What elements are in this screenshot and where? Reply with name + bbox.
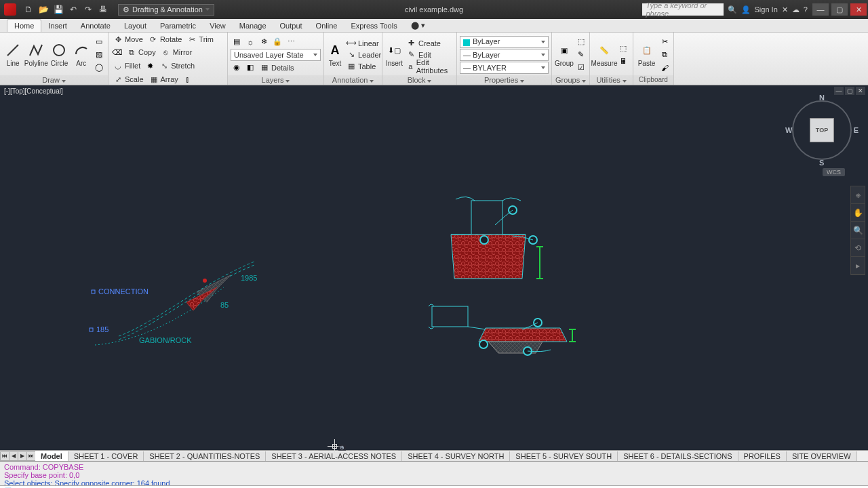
command-line[interactable]: 📄 COPYBASE Select objects:	[0, 485, 868, 488]
mirror-button[interactable]: ⎋Mirror	[159, 47, 195, 58]
layout-tab[interactable]: SHEET 3 - AERIAL-ACCESS NOTES	[266, 451, 402, 461]
circle-button[interactable]: Circle	[49, 36, 69, 74]
lineweight-dropdown[interactable]: — ByLayer	[460, 49, 549, 61]
stayconn-icon[interactable]: ☁	[792, 5, 800, 14]
tab-prev-icon[interactable]: ◀	[9, 451, 18, 461]
layerstate-dropdown[interactable]: Unsaved Layer State	[231, 49, 321, 61]
command-history[interactable]: Command: COPYBASE Specify base point: 0,…	[0, 462, 868, 485]
fillet-button[interactable]: ◡Fillet	[111, 60, 142, 71]
rect-icon[interactable]: ▭	[93, 36, 105, 48]
tab-annotate[interactable]: Annotate	[74, 20, 117, 32]
tab-manage[interactable]: Manage	[233, 20, 273, 32]
panel-label[interactable]: Properties	[457, 75, 551, 85]
minimize-button[interactable]: —	[812, 3, 829, 16]
tab-online[interactable]: Online	[309, 20, 344, 32]
arc-button[interactable]: Arc	[71, 36, 92, 74]
tab-express[interactable]: Express Tools	[344, 20, 403, 32]
panel-label[interactable]: Groups	[552, 75, 589, 85]
panel-label[interactable]: Annotation	[324, 75, 382, 85]
tab-layout[interactable]: Layout	[117, 20, 153, 32]
tab-view[interactable]: View	[203, 20, 233, 32]
editattr-button[interactable]: aEdit Attributes	[405, 61, 454, 72]
layeroff-icon[interactable]: ☼	[244, 36, 256, 48]
create-button[interactable]: ✚Create	[405, 38, 454, 49]
layout-tab[interactable]: PROFILES	[738, 451, 787, 461]
layeriso-icon[interactable]: ◧	[244, 62, 256, 74]
layercolor-icon[interactable]: ◉	[231, 62, 243, 74]
rotate-button[interactable]: ⟳Rotate	[146, 34, 184, 45]
selectall-icon[interactable]: ⬚	[617, 42, 629, 54]
layermore-icon[interactable]: ⋯	[285, 36, 297, 48]
color-dropdown[interactable]: ByLayer	[460, 36, 549, 48]
panel-label[interactable]: Utilities	[590, 75, 633, 85]
groupsel-icon[interactable]: ☑	[575, 62, 587, 74]
linear-button[interactable]: ⟷Linear	[344, 38, 383, 49]
save-icon[interactable]: 💾	[53, 4, 64, 15]
tab-parametric[interactable]: Parametric	[153, 20, 203, 32]
paste-button[interactable]: 📋Paste	[636, 36, 657, 74]
tab-first-icon[interactable]: ⏮	[0, 451, 9, 461]
linetype-dropdown[interactable]: — BYLAYER	[460, 62, 549, 74]
drawing-viewport[interactable]: [-][Top][Conceptual] — ▢ ✕ TOP N S E W W…	[0, 85, 868, 450]
layout-tab[interactable]: SHEET 5 - SURVEY SOUTH	[510, 451, 618, 461]
offset-icon[interactable]: ⫿	[182, 73, 194, 85]
help-icon[interactable]: ?	[804, 5, 808, 14]
tab-output[interactable]: Output	[273, 20, 309, 32]
array-button[interactable]: ▦Array	[147, 74, 180, 85]
panel-label[interactable]: Draw	[0, 75, 108, 85]
quickcalc-icon[interactable]: 🖩	[617, 55, 629, 67]
redo-icon[interactable]: ↷	[83, 4, 94, 15]
user-icon[interactable]: 👤	[741, 5, 751, 14]
layerprops-icon[interactable]: ▤	[231, 36, 243, 48]
groupedit-icon[interactable]: ✎	[575, 49, 587, 61]
ungroup-icon[interactable]: ⬚	[575, 36, 587, 48]
close-button[interactable]: ✕	[850, 3, 867, 16]
workspace-selector[interactable]: ⚙Drafting & Annotation	[118, 4, 214, 16]
layerfreeze-icon[interactable]: ❄	[258, 36, 270, 48]
layout-tab[interactable]: SHEET 4 - SURVEY NORTH	[402, 451, 510, 461]
table-button[interactable]: ▦Table	[344, 61, 383, 72]
hatch-icon[interactable]: ▨	[93, 49, 105, 61]
copy-icon[interactable]: ⧉	[658, 49, 671, 61]
panel-label[interactable]: Block	[382, 75, 456, 85]
trim-button[interactable]: ✂Trim	[185, 34, 216, 45]
layerlock-icon[interactable]: 🔒	[271, 36, 283, 48]
ellipse-icon[interactable]: ◯	[93, 62, 105, 74]
exchange-icon[interactable]: ✕	[782, 5, 788, 14]
erase-icon[interactable]: ⌫	[111, 46, 123, 58]
move-button[interactable]: ✥Move	[111, 34, 145, 45]
line-button[interactable]: Line	[3, 36, 23, 74]
tab-next-icon[interactable]: ▶	[18, 451, 27, 461]
signin-link[interactable]: Sign In	[755, 5, 778, 14]
layout-tab[interactable]: SHEET 2 - QUANTITIES-NOTES	[144, 451, 266, 461]
group-button[interactable]: ▣Group	[555, 36, 574, 74]
copy-button[interactable]: ⧉Copy	[125, 47, 158, 58]
layout-tab[interactable]: SHEET 1 - COVER	[68, 451, 144, 461]
cut-icon[interactable]: ✂	[658, 36, 671, 48]
match-icon[interactable]: 🖌	[658, 62, 671, 74]
stretch-button[interactable]: ⤡Stretch	[157, 60, 197, 71]
explode-icon[interactable]: ✸	[144, 60, 156, 72]
layerdetails-button[interactable]: ▦Details	[258, 62, 296, 73]
tab-insert[interactable]: Insert	[41, 20, 74, 32]
leader-button[interactable]: ↘Leader	[344, 49, 383, 60]
layout-tab-model[interactable]: Model	[35, 451, 68, 461]
tab-extra[interactable]: ⬤ ▾	[404, 19, 432, 32]
tab-home[interactable]: Home	[7, 19, 41, 32]
polyline-button[interactable]: Polyline	[24, 36, 47, 74]
layout-tab[interactable]: SHEET 6 - DETAILS-SECTIONS	[618, 451, 738, 461]
app-logo[interactable]	[4, 3, 16, 16]
search-icon[interactable]: 🔍	[728, 5, 737, 14]
undo-icon[interactable]: ↶	[68, 4, 79, 15]
help-search[interactable]: Type a keyword or phrase	[642, 3, 724, 16]
text-button[interactable]: AText	[327, 36, 343, 74]
open-icon[interactable]: 📂	[38, 4, 49, 15]
panel-label[interactable]: Layers	[228, 75, 323, 85]
insert-button[interactable]: ⬇▢Insert	[385, 36, 403, 74]
new-icon[interactable]: 🗋	[23, 4, 34, 15]
measure-button[interactable]: 📏Measure	[593, 36, 616, 74]
print-icon[interactable]: 🖶	[98, 4, 108, 15]
maximize-button[interactable]: ▢	[831, 3, 848, 16]
scale-button[interactable]: ⤢Scale	[111, 74, 146, 85]
layout-tab[interactable]: SITE OVERVIEW	[787, 451, 857, 461]
